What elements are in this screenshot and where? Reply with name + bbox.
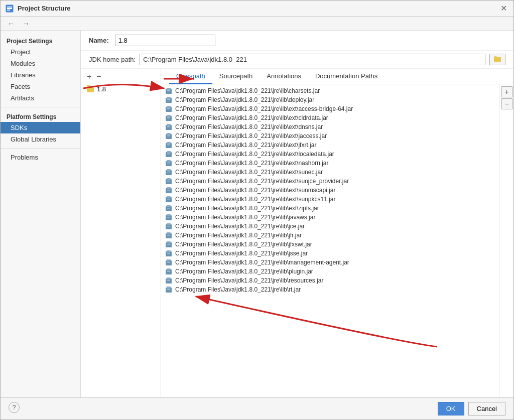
remove-file-button[interactable]: − <box>501 98 512 109</box>
file-item[interactable]: C:\Program Files\Java\jdk1.8.0_221\jre\l… <box>161 195 499 204</box>
svg-rect-21 <box>167 135 170 136</box>
file-path-text: C:\Program Files\Java\jdk1.8.0_221\jre\l… <box>175 178 349 185</box>
file-path-text: C:\Program Files\Java\jdk1.8.0_221\jre\l… <box>175 142 316 149</box>
sidebar-item-libraries[interactable]: Libraries <box>1 69 80 81</box>
title-bar: Project Structure ✕ <box>1 1 513 17</box>
file-path-text: C:\Program Files\Java\jdk1.8.0_221\jre\l… <box>175 214 315 221</box>
svg-rect-33 <box>167 172 170 173</box>
browse-button[interactable] <box>489 54 505 65</box>
jar-icon <box>165 123 172 130</box>
sidebar-item-modules[interactable]: Modules <box>1 58 80 69</box>
sidebar-item-sdks[interactable]: SDKs <box>1 122 80 133</box>
svg-rect-60 <box>167 253 170 254</box>
file-item[interactable]: C:\Program Files\Java\jdk1.8.0_221\jre\l… <box>161 276 499 285</box>
svg-rect-23 <box>167 142 171 144</box>
sdk-name-row: Name: <box>81 31 513 51</box>
tabs-bar: Classpath Sourcepath Annotations Documen… <box>161 69 513 84</box>
file-item[interactable]: C:\Program Files\Java\jdk1.8.0_221\jre\l… <box>161 204 499 213</box>
file-item[interactable]: C:\Program Files\Java\jdk1.8.0_221\jre\l… <box>161 240 499 249</box>
right-panel: Name: JDK home path: + <box>81 31 513 397</box>
project-settings-label: Project Settings <box>1 35 80 46</box>
tab-annotations[interactable]: Annotations <box>260 69 308 84</box>
jar-icon <box>165 205 172 212</box>
file-item[interactable]: C:\Program Files\Java\jdk1.8.0_221\jre\l… <box>161 150 499 159</box>
jar-icon <box>165 268 172 275</box>
file-item[interactable]: C:\Program Files\Java\jdk1.8.0_221\jre\l… <box>161 86 499 95</box>
jar-icon <box>165 160 172 167</box>
jar-icon <box>165 114 172 121</box>
file-path-text: C:\Program Files\Java\jdk1.8.0_221\jre\l… <box>175 114 328 121</box>
svg-rect-9 <box>167 99 170 100</box>
file-item[interactable]: C:\Program Files\Java\jdk1.8.0_221\jre\l… <box>161 168 499 177</box>
jar-icon <box>165 241 172 248</box>
sdk-folder-icon <box>87 86 94 92</box>
cancel-button[interactable]: Cancel <box>468 402 505 415</box>
dialog-title: Project Structure <box>18 5 70 12</box>
jar-icon <box>165 259 172 266</box>
jar-icon <box>165 96 172 103</box>
file-item[interactable]: C:\Program Files\Java\jdk1.8.0_221\jre\l… <box>161 104 499 113</box>
sidebar: Project Settings Project Modules Librari… <box>1 31 81 397</box>
file-item[interactable]: C:\Program Files\Java\jdk1.8.0_221\jre\l… <box>161 177 499 186</box>
jar-icon <box>165 250 172 257</box>
file-item[interactable]: C:\Program Files\Java\jdk1.8.0_221\jre\l… <box>161 131 499 141</box>
help-button[interactable]: ? <box>9 402 20 413</box>
file-item[interactable]: C:\Program Files\Java\jdk1.8.0_221\jre\l… <box>161 258 499 267</box>
sdk-name-input[interactable] <box>115 35 215 46</box>
close-button[interactable]: ✕ <box>498 4 508 14</box>
svg-rect-5 <box>167 88 171 90</box>
svg-rect-47 <box>167 214 171 216</box>
file-item[interactable]: C:\Program Files\Java\jdk1.8.0_221\jre\l… <box>161 222 499 231</box>
sidebar-item-problems[interactable]: Problems <box>1 152 80 163</box>
file-path-text: C:\Program Files\Java\jdk1.8.0_221\jre\l… <box>175 187 335 194</box>
tab-documentation-paths[interactable]: Documentation Paths <box>308 69 384 84</box>
tab-sourcepath[interactable]: Sourcepath <box>212 69 260 84</box>
svg-rect-72 <box>167 289 170 290</box>
file-item[interactable]: C:\Program Files\Java\jdk1.8.0_221\jre\l… <box>161 285 499 294</box>
svg-rect-1 <box>7 7 12 8</box>
svg-rect-32 <box>167 169 171 171</box>
tab-classpath[interactable]: Classpath <box>169 69 212 84</box>
jar-icon <box>165 286 172 293</box>
svg-rect-71 <box>167 287 171 289</box>
file-item[interactable]: C:\Program Files\Java\jdk1.8.0_221\jre\l… <box>161 122 499 131</box>
svg-rect-54 <box>167 235 170 236</box>
add-sdk-button[interactable]: + <box>85 72 93 82</box>
svg-rect-14 <box>167 115 171 117</box>
jdk-home-row: JDK home path: <box>81 51 513 69</box>
platform-settings-label: Platform Settings <box>1 110 80 122</box>
file-item[interactable]: C:\Program Files\Java\jdk1.8.0_221\jre\l… <box>161 95 499 104</box>
ok-button[interactable]: OK <box>438 402 464 415</box>
file-item[interactable]: C:\Program Files\Java\jdk1.8.0_221\jre\l… <box>161 213 499 222</box>
sidebar-item-project[interactable]: Project <box>1 46 80 58</box>
file-item[interactable]: C:\Program Files\Java\jdk1.8.0_221\jre\l… <box>161 159 499 168</box>
jar-icon <box>165 142 172 149</box>
file-path-text: C:\Program Files\Java\jdk1.8.0_221\jre\l… <box>175 286 301 293</box>
add-file-button[interactable]: + <box>501 86 512 97</box>
file-item[interactable]: C:\Program Files\Java\jdk1.8.0_221\jre\l… <box>161 141 499 150</box>
sidebar-item-artifacts[interactable]: Artifacts <box>1 92 80 104</box>
jdk-home-input[interactable] <box>140 54 485 65</box>
list-panel: C:\Program Files\Java\jdk1.8.0_221\jre\l… <box>161 84 513 397</box>
sidebar-item-global-libraries[interactable]: Global Libraries <box>1 133 80 145</box>
file-item[interactable]: C:\Program Files\Java\jdk1.8.0_221\jre\l… <box>161 113 499 122</box>
jar-icon <box>165 169 172 176</box>
file-item[interactable]: C:\Program Files\Java\jdk1.8.0_221\jre\l… <box>161 186 499 195</box>
sdk-list-toolbar: + − <box>81 71 161 83</box>
sidebar-item-facets[interactable]: Facets <box>1 81 80 92</box>
name-label: Name: <box>89 37 109 44</box>
remove-sdk-button[interactable]: − <box>94 72 103 82</box>
svg-rect-69 <box>167 280 170 281</box>
file-item[interactable]: C:\Program Files\Java\jdk1.8.0_221\jre\l… <box>161 249 499 258</box>
svg-rect-2 <box>7 8 12 9</box>
jar-icon <box>165 277 172 284</box>
svg-rect-63 <box>167 262 170 263</box>
file-path-text: C:\Program Files\Java\jdk1.8.0_221\jre\l… <box>175 268 313 275</box>
file-path-text: C:\Program Files\Java\jdk1.8.0_221\jre\l… <box>175 223 305 230</box>
file-item[interactable]: C:\Program Files\Java\jdk1.8.0_221\jre\l… <box>161 231 499 240</box>
back-button[interactable]: ← <box>5 19 18 29</box>
svg-rect-6 <box>167 90 170 91</box>
forward-button[interactable]: → <box>20 19 33 29</box>
sdk-entry-1.8[interactable]: 1.8 <box>81 83 161 95</box>
file-item[interactable]: C:\Program Files\Java\jdk1.8.0_221\jre\l… <box>161 267 499 276</box>
